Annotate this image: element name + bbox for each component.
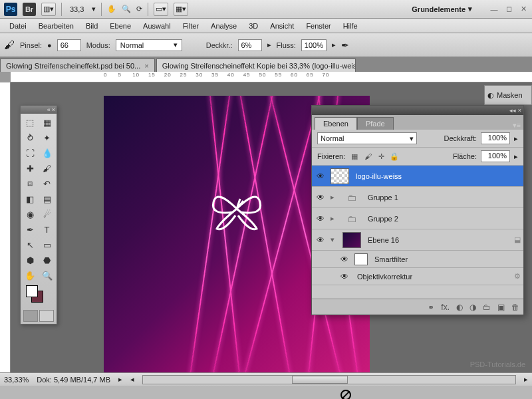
status-flyout-icon[interactable]: ▸	[118, 375, 122, 384]
flow-flyout-icon[interactable]: ▸	[332, 41, 336, 49]
dodge-tool-icon[interactable]: ☄	[39, 207, 55, 221]
opacity-flyout-icon[interactable]: ▸	[267, 41, 271, 49]
smartfilter-label[interactable]: Smartfilter	[372, 255, 521, 263]
quickmask-mode-button[interactable]	[39, 310, 54, 322]
link-layers-icon[interactable]: ⚭	[428, 303, 434, 312]
filter-blend-icon[interactable]: ⚙	[514, 272, 521, 281]
layout-dropdown[interactable]: ▥▾	[41, 3, 56, 16]
collapse-icon[interactable]: ◂◂	[509, 107, 516, 114]
wand-tool-icon[interactable]: ✦	[39, 130, 55, 145]
close-icon[interactable]: ×	[52, 106, 55, 113]
disclosure-triangle-icon[interactable]: ▾	[331, 235, 338, 244]
layer-fill-input[interactable]: 100%	[481, 150, 510, 162]
collapse-icon[interactable]: «	[47, 106, 51, 113]
opacity-input[interactable]: 6%	[238, 39, 262, 51]
scroll-left-icon[interactable]: ◂	[130, 375, 134, 384]
lasso-tool-icon[interactable]: ⥁	[22, 130, 38, 145]
crop-tool-icon[interactable]: ⛶	[22, 146, 38, 160]
layer-opacity-input[interactable]: 100%	[481, 132, 510, 144]
visibility-eye-icon[interactable]: 👁	[315, 213, 327, 225]
path-select-tool-icon[interactable]: ↖	[22, 237, 38, 252]
maximize-icon[interactable]: ◻	[504, 5, 513, 14]
tab-paths[interactable]: Pfade	[357, 117, 394, 130]
tab-layers[interactable]: Ebenen	[315, 117, 357, 130]
lock-pixels-icon[interactable]: 🖌	[362, 151, 373, 162]
type-tool-icon[interactable]: T	[39, 222, 55, 237]
foreground-color-swatch[interactable]	[26, 285, 38, 297]
3d-camera-tool-icon[interactable]: ⬣	[39, 253, 55, 267]
screen-mode-dropdown[interactable]: ▭▾	[154, 3, 168, 16]
history-brush-tool-icon[interactable]: ↶	[39, 176, 55, 191]
menu-analysis[interactable]: Analyse	[205, 21, 242, 31]
menu-select[interactable]: Auswahl	[138, 21, 176, 31]
blur-tool-icon[interactable]: ◉	[22, 207, 38, 221]
menu-file[interactable]: Datei	[4, 21, 32, 31]
menu-image[interactable]: Bild	[80, 21, 103, 31]
layer-name[interactable]: Ebene 16	[365, 236, 510, 244]
filter-mask-thumbnail[interactable]	[354, 253, 368, 265]
workspace-switcher[interactable]: Grundelemente▾	[408, 5, 476, 13]
healing-tool-icon[interactable]: ✚	[22, 161, 38, 176]
masks-panel-collapsed[interactable]: ◐ Masken	[484, 85, 532, 105]
document-tab-active[interactable]: Glowing Streifenscheineffekt Kopie bei 3…	[156, 59, 356, 72]
layer-row[interactable]: 👁 ▾ Ebene 16 ⬓	[312, 229, 523, 251]
rotate-tool-icon[interactable]: ⟳	[136, 5, 142, 13]
layer-name[interactable]: Gruppe 2	[365, 215, 521, 223]
minimize-icon[interactable]: —	[489, 5, 499, 14]
blend-mode-select[interactable]: Normal▾	[116, 39, 182, 51]
stamp-tool-icon[interactable]: ⧈	[22, 176, 38, 191]
status-zoom[interactable]: 33,33%	[4, 376, 29, 384]
pen-tool-icon[interactable]: ✒	[22, 222, 38, 237]
horizontal-scrollbar[interactable]	[142, 375, 516, 384]
airbrush-icon[interactable]: ✒	[341, 40, 349, 51]
tab-close-icon[interactable]: ×	[144, 62, 148, 70]
delete-layer-icon[interactable]: 🗑	[511, 303, 519, 312]
zoom-tool-icon[interactable]: 🔍	[39, 268, 55, 283]
opacity-flyout-icon[interactable]: ▸	[514, 134, 518, 143]
close-icon[interactable]: ✕	[519, 5, 528, 14]
menu-layer[interactable]: Ebene	[104, 21, 136, 31]
brush-tool-icon[interactable]: 🖌	[39, 161, 55, 176]
horizontal-ruler[interactable]	[11, 72, 532, 82]
adjustment-layer-icon[interactable]: ◑	[469, 303, 476, 312]
color-swatches[interactable]	[21, 284, 57, 308]
layer-row-selected[interactable]: 👁 logo-illu-weiss	[312, 166, 523, 187]
gradient-tool-icon[interactable]: ▤	[39, 192, 55, 206]
lock-transparency-icon[interactable]: ▦	[349, 151, 360, 162]
filter-name[interactable]: Objektivkorrektur	[354, 273, 510, 281]
eyedropper-tool-icon[interactable]: 💧	[39, 146, 55, 160]
smartfilter-row[interactable]: 👁 Smartfilter	[312, 251, 523, 268]
layer-fx-icon[interactable]: fx.	[441, 303, 450, 312]
standard-mode-button[interactable]	[23, 310, 38, 322]
visibility-eye-icon[interactable]: 👁	[338, 253, 350, 265]
lock-position-icon[interactable]: ✛	[376, 151, 386, 162]
layer-row[interactable]: 👁 ▸ 🗀 Gruppe 1	[312, 187, 523, 208]
layer-blend-mode-select[interactable]: Normal▾	[317, 132, 417, 144]
marquee-tool-icon[interactable]: ▦	[39, 115, 55, 130]
layer-row[interactable]: 👁 ▸ 🗀 Gruppe 2	[312, 208, 523, 229]
3d-tool-icon[interactable]: ⬢	[22, 253, 38, 267]
new-group-icon[interactable]: 🗀	[483, 303, 491, 312]
disclosure-triangle-icon[interactable]: ▸	[331, 214, 338, 223]
layer-thumbnail[interactable]	[342, 232, 361, 248]
layer-name[interactable]: Gruppe 1	[365, 194, 521, 201]
scroll-right-icon[interactable]: ▸	[524, 375, 528, 384]
layer-name[interactable]: logo-illu-weiss	[353, 172, 521, 180]
panel-menu-icon[interactable]: ▾≡	[513, 121, 521, 130]
status-doc-size[interactable]: Dok: 5,49 MB/14,7 MB	[37, 376, 110, 384]
eraser-tool-icon[interactable]: ◧	[22, 192, 38, 206]
lock-all-icon[interactable]: 🔒	[389, 151, 400, 162]
bridge-logo-icon[interactable]: Br	[23, 3, 36, 16]
menu-view[interactable]: Ansicht	[265, 21, 299, 31]
shape-tool-icon[interactable]: ▭	[39, 237, 55, 252]
arrange-dropdown[interactable]: ▦▾	[174, 3, 188, 16]
filter-entry-row[interactable]: 👁 Objektivkorrektur ⚙	[312, 268, 523, 285]
new-layer-icon[interactable]: ▣	[497, 303, 505, 312]
menu-3d[interactable]: 3D	[243, 21, 263, 31]
document-tab[interactable]: Glowing Streifenscheineffekt.psd bei 50.…	[0, 59, 155, 72]
disclosure-triangle-icon[interactable]: ▸	[331, 193, 338, 201]
brush-tool-icon[interactable]: 🖌	[4, 39, 15, 51]
flow-input[interactable]: 100%	[301, 39, 327, 51]
scrollbar-thumb[interactable]	[292, 376, 348, 384]
toolbox-header[interactable]: «×	[21, 106, 57, 114]
